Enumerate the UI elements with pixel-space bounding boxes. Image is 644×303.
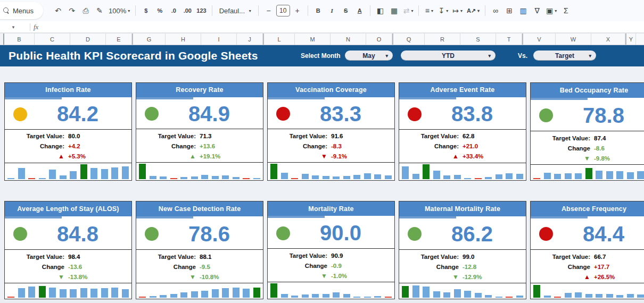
column-header-J[interactable]: J — [237, 33, 263, 45]
compare-select[interactable]: Target ▾ — [533, 50, 596, 61]
column-header-H[interactable]: H — [166, 33, 201, 45]
text-rotation-button[interactable]: A↗▾ — [465, 4, 481, 18]
redo-button[interactable]: ↷ — [65, 4, 78, 18]
strikethrough-button[interactable]: S — [340, 4, 352, 18]
target-row: Target Value:88.1 — [136, 251, 263, 262]
more-formats-button[interactable]: 123 — [195, 4, 208, 18]
change-row: Change-13.6 — [5, 262, 131, 272]
column-header-N[interactable]: N — [331, 33, 366, 45]
kpi-value-row: 78.8 — [531, 100, 644, 131]
undo-button[interactable]: ↶ — [52, 4, 64, 18]
insert-link-button[interactable]: ∞ — [489, 4, 502, 18]
spark-bar — [374, 174, 381, 179]
sparkline-chart — [5, 163, 131, 181]
column-header-S[interactable]: S — [460, 33, 496, 45]
increase-decimal-button[interactable]: .00 — [181, 4, 194, 18]
column-header-L[interactable]: L — [264, 33, 295, 45]
column-header-M[interactable]: M — [295, 33, 331, 45]
merge-cells-button[interactable]: ⇄▾ — [402, 4, 415, 18]
decrease-decimal-button[interactable]: .0 — [167, 4, 180, 18]
spark-bar — [122, 166, 129, 179]
kpi-stats: Target Value:62.8Change:+21.0▲+33.4% — [399, 129, 526, 163]
spark-bar — [111, 288, 118, 298]
page-title: Public Health KPI Scorecard in Google Sh… — [9, 49, 258, 62]
month-value: May — [362, 52, 375, 60]
month-select[interactable]: May ▾ — [345, 50, 393, 61]
insert-comment-button[interactable]: ⊞ — [503, 4, 516, 18]
target-value: 80.0 — [64, 133, 131, 139]
column-header-T[interactable]: T — [496, 33, 522, 45]
paint-format-button[interactable]: ✎ — [93, 4, 106, 18]
horizontal-align-button[interactable]: ≡▾ — [423, 4, 435, 18]
borders-button[interactable]: ▦ — [388, 4, 401, 18]
vertical-align-button[interactable]: ↧▾ — [436, 4, 450, 18]
borders-icon: ▦ — [391, 6, 398, 15]
column-header-W[interactable]: W — [556, 33, 591, 45]
spark-bar — [333, 176, 340, 179]
create-filter-button[interactable]: ∇ — [531, 4, 543, 18]
format-percent-button[interactable]: % — [153, 4, 166, 18]
bold-button[interactable]: B — [312, 4, 325, 18]
spark-bar — [485, 295, 492, 298]
column-header-Y[interactable]: Y — [626, 33, 636, 45]
italic-button[interactable]: I — [326, 4, 338, 18]
redo-icon: ↷ — [69, 6, 75, 15]
chevron-down-icon: ▾ — [477, 9, 480, 13]
menus-button[interactable]: Menus — [0, 2, 43, 19]
period-select[interactable]: YTD ▾ — [401, 50, 496, 61]
print-button[interactable]: ⎙ — [79, 4, 92, 18]
change-label: Change — [399, 264, 459, 270]
change-label: Change — [531, 264, 590, 270]
column-header-D[interactable]: D — [70, 33, 106, 45]
font-size-input[interactable]: 10 — [276, 5, 290, 16]
vs-label: Vs. — [518, 52, 527, 60]
column-header-E[interactable]: E — [106, 33, 132, 45]
spark-bar — [18, 168, 25, 179]
increase-font-size-button[interactable]: + — [291, 4, 304, 18]
column-header-G[interactable]: G — [133, 33, 166, 45]
kpi-card: Mortality Rate90.0Target Value:90.9Chang… — [267, 201, 395, 299]
target-value: 91.6 — [327, 133, 394, 139]
column-header-B[interactable]: B — [4, 33, 35, 45]
column-header-C[interactable]: C — [35, 33, 70, 45]
search-icon — [3, 7, 10, 14]
text-color-button[interactable]: A — [353, 4, 366, 18]
kpi-card: Bed Occupancy Rate78.8Target Value:87.4C… — [530, 82, 644, 181]
column-header-I[interactable]: I — [201, 33, 237, 45]
filter-views-button[interactable]: ▣▾ — [544, 4, 558, 18]
spark-bar — [302, 174, 309, 179]
kpi-card: Absence Frequency84.4Target Value:66.7Ch… — [530, 201, 644, 299]
undo-icon: ↶ — [55, 6, 61, 15]
trend-percent: +33.4% — [459, 153, 526, 159]
functions-icon: Σ — [564, 6, 568, 15]
zoom-dropdown[interactable]: 100%▾ — [107, 4, 131, 18]
functions-button[interactable]: Σ — [559, 4, 572, 18]
column-header-R[interactable]: R — [425, 33, 460, 45]
spark-bar — [281, 294, 288, 298]
change-label: Change: — [268, 143, 327, 149]
text-wrap-button[interactable]: ↦▾ — [451, 4, 464, 18]
font-dropdown[interactable]: Defaul...▾ — [216, 4, 254, 18]
format-currency-button[interactable]: $ — [139, 4, 152, 18]
spark-bar — [423, 287, 430, 298]
spark-bar — [243, 178, 250, 180]
column-header-V[interactable]: V — [523, 33, 556, 45]
insert-chart-button[interactable]: ▥ — [517, 4, 530, 18]
name-box[interactable]: ▾ — [0, 24, 27, 30]
target-label: Target Value: — [5, 254, 64, 260]
target-row: Target Value:98.4 — [5, 251, 131, 262]
trend-percent: +19.1% — [196, 153, 263, 159]
trend-row: ▲+26.5% — [531, 272, 644, 282]
column-header-Q[interactable]: Q — [393, 33, 425, 45]
spark-bar — [627, 294, 634, 298]
spark-bar — [544, 296, 551, 298]
status-dot — [276, 226, 290, 240]
column-header-X[interactable]: X — [591, 33, 625, 45]
column-header-O[interactable]: O — [366, 33, 392, 45]
toolbar-divider — [418, 5, 419, 16]
change-value: -8.6 — [590, 145, 644, 152]
kpi-value-row: 86.2 — [399, 218, 526, 249]
decrease-font-size-button[interactable]: − — [262, 4, 275, 18]
chevron-down-icon: ▾ — [385, 53, 388, 58]
fill-color-button[interactable]: ◧ — [374, 4, 387, 18]
